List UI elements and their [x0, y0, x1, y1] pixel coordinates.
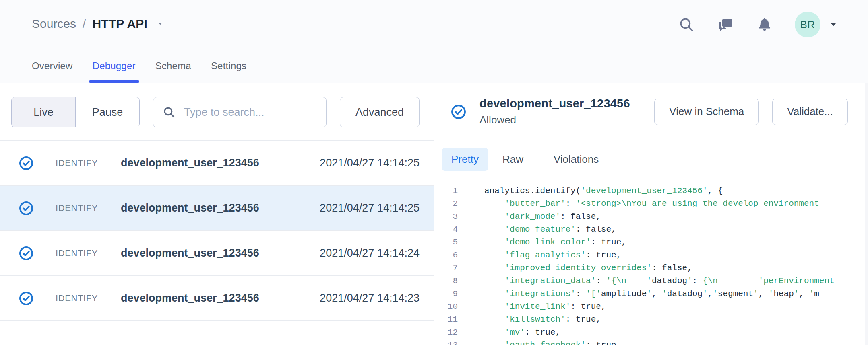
code-text: 'integrations': '['amplitude', 'datadog'…	[458, 288, 819, 300]
advanced-button[interactable]: Advanced	[340, 97, 420, 127]
code-line: 2 'butter_bar': '<strong>\nYou are using…	[434, 197, 868, 210]
main-content: Live Pause Advanced IDENTIFY development…	[0, 83, 868, 345]
event-status-label: Allowed	[479, 114, 630, 126]
code-line: 5 'demo_link_color': true,	[434, 236, 868, 249]
code-line: 6 'flag_analytics': true,	[434, 249, 868, 262]
line-number: 5	[434, 236, 458, 249]
event-row[interactable]: IDENTIFY development_user_123456 2021/04…	[0, 186, 434, 231]
code-text: 'dark_mode': false,	[458, 210, 601, 223]
code-text: 'mv': true,	[458, 326, 560, 339]
code-line: 13 'oauth_facebook': true,	[434, 339, 868, 345]
live-button[interactable]: Live	[12, 97, 76, 127]
event-row[interactable]: IDENTIFY development_user_123456 2021/04…	[0, 231, 434, 276]
code-line: 8 'integration_data': '{\n 'datadog': {\…	[434, 275, 868, 288]
code-text: 'killswitch': true,	[458, 313, 601, 326]
code-text: 'invite_link': true,	[458, 300, 606, 313]
line-number: 10	[434, 300, 458, 313]
code-line: 10 'invite_link': true,	[434, 300, 868, 313]
event-timestamp: 2021/04/27 14:14:25	[320, 157, 420, 169]
line-number: 3	[434, 210, 458, 223]
event-timestamp: 2021/04/27 14:14:25	[320, 202, 420, 214]
line-number: 11	[434, 313, 458, 326]
code-line: 3 'dark_mode': false,	[434, 210, 868, 223]
breadcrumb-current-source: HTTP API	[92, 17, 147, 31]
event-search-box	[153, 97, 327, 127]
event-title-block: development_user_123456 Allowed	[479, 97, 630, 126]
event-timestamp: 2021/04/27 14:14:23	[320, 292, 420, 304]
line-number: 12	[434, 326, 458, 339]
code-text: 'demo_feature': false,	[458, 223, 616, 236]
payload-code-viewer: 1 analytics.identify('development_user_1…	[434, 179, 868, 345]
event-detail-header: development_user_123456 Allowed View in …	[434, 83, 868, 140]
line-number: 9	[434, 288, 458, 300]
line-number: 2	[434, 197, 458, 210]
event-name: development_user_123456	[121, 292, 259, 304]
event-type-label: IDENTIFY	[56, 248, 116, 259]
code-line: 12 'mv': true,	[434, 326, 868, 339]
allowed-check-circle-icon	[451, 104, 466, 119]
detail-actions: View in Schema Validate...	[654, 99, 848, 125]
app-header: Sources / HTTP API BR	[0, 0, 868, 83]
account-menu[interactable]: BR	[795, 12, 838, 37]
live-pause-toggle: Live Pause	[11, 97, 140, 127]
event-stream-panel: Live Pause Advanced IDENTIFY development…	[0, 83, 434, 345]
event-timestamp: 2021/04/27 14:14:24	[320, 247, 420, 259]
line-number: 4	[434, 223, 458, 236]
event-list: IDENTIFY development_user_123456 2021/04…	[0, 140, 434, 321]
code-text: 'oauth_facebook': true,	[458, 339, 621, 345]
line-number: 7	[434, 262, 458, 275]
validate-button[interactable]: Validate...	[772, 99, 848, 125]
code-text: 'butter_bar': '<strong>\nYou are using t…	[458, 197, 819, 210]
line-number: 13	[434, 339, 458, 345]
line-number: 8	[434, 275, 458, 288]
header-actions: BR	[678, 10, 838, 39]
event-type-label: IDENTIFY	[56, 293, 116, 304]
scrollbar-track[interactable]	[865, 83, 868, 345]
line-number: 6	[434, 249, 458, 262]
search-input-icon	[162, 105, 176, 119]
code-text: 'improved_identity_overrides': false,	[458, 262, 692, 275]
notifications-bell-icon[interactable]	[756, 16, 773, 33]
avatar[interactable]: BR	[795, 12, 820, 37]
tab-schema[interactable]: Schema	[155, 60, 191, 83]
code-text: 'flag_analytics': true,	[458, 249, 621, 262]
event-name: development_user_123456	[121, 202, 259, 214]
view-in-schema-button[interactable]: View in Schema	[654, 99, 759, 125]
event-row[interactable]: IDENTIFY development_user_123456 2021/04…	[0, 141, 434, 186]
chat-icon[interactable]	[717, 16, 734, 33]
tab-settings[interactable]: Settings	[211, 60, 246, 83]
search-icon[interactable]	[678, 16, 695, 33]
pause-button[interactable]: Pause	[76, 97, 139, 127]
code-line: 11 'killswitch': true,	[434, 313, 868, 326]
code-line: 4 'demo_feature': false,	[434, 223, 868, 236]
line-number: 1	[434, 185, 458, 197]
event-name: development_user_123456	[121, 157, 259, 169]
event-detail-title: development_user_123456	[479, 97, 630, 110]
tab-debugger[interactable]: Debugger	[93, 60, 136, 83]
tab-raw[interactable]: Raw	[493, 148, 533, 171]
source-tabs: Overview Debugger Schema Settings	[32, 60, 246, 83]
code-text: analytics.identify('development_user_123…	[458, 185, 723, 197]
event-detail-panel: development_user_123456 Allowed View in …	[434, 83, 868, 345]
check-circle-icon	[19, 291, 33, 306]
payload-view-tabs: Pretty Raw Violations	[434, 140, 868, 179]
tab-overview[interactable]: Overview	[32, 60, 73, 83]
breadcrumb-sources-link[interactable]: Sources	[32, 17, 76, 31]
code-text: 'integration_data': '{\n 'datadog': {\n …	[458, 275, 835, 288]
source-switcher-caret-icon[interactable]	[156, 20, 164, 28]
event-type-label: IDENTIFY	[56, 203, 116, 214]
tab-violations[interactable]: Violations	[544, 148, 608, 171]
breadcrumb: Sources / HTTP API	[32, 17, 164, 31]
code-line: 1 analytics.identify('development_user_1…	[434, 185, 868, 197]
check-circle-icon	[19, 246, 33, 261]
code-line: 9 'integrations': '['amplitude', 'datado…	[434, 288, 868, 300]
account-caret-down-icon[interactable]	[829, 20, 838, 29]
breadcrumb-separator: /	[83, 17, 86, 31]
tab-pretty[interactable]: Pretty	[442, 148, 488, 171]
search-input[interactable]	[183, 106, 317, 119]
event-name: development_user_123456	[121, 247, 259, 259]
event-row[interactable]: IDENTIFY development_user_123456 2021/04…	[0, 276, 434, 321]
code-line: 7 'improved_identity_overrides': false,	[434, 262, 868, 275]
event-type-label: IDENTIFY	[56, 158, 116, 168]
check-circle-icon	[19, 201, 33, 216]
